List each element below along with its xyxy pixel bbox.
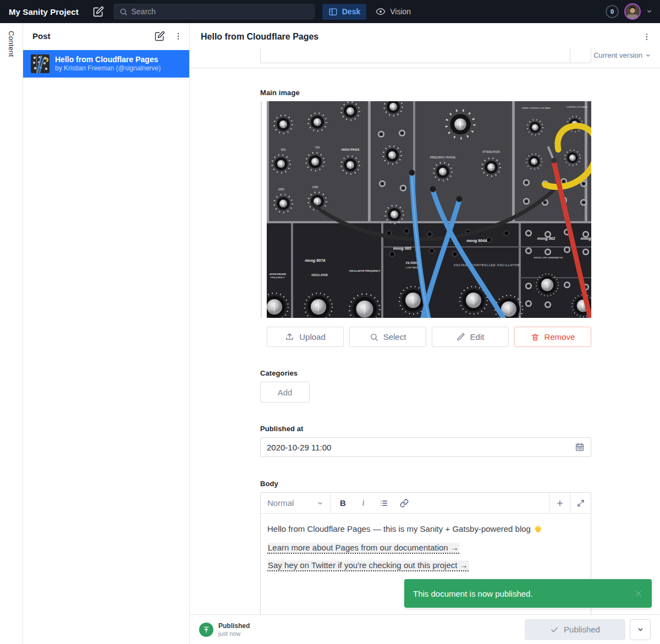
publish-time-text: just now — [218, 630, 250, 637]
tab-desk[interactable]: Desk — [322, 4, 366, 20]
top-navbar: My Sanity Project Desk Vision 0 — [0, 0, 660, 23]
main-image-preview[interactable]: HIGH PASS 50070010001400 FREQUENCY RANGE… — [267, 101, 591, 318]
add-category-button[interactable]: Add — [260, 382, 310, 403]
svg-text:FREQUENCY: FREQUENCY — [271, 276, 285, 279]
publish-button[interactable]: Published — [525, 619, 625, 640]
editor-toolbar: Normal B i — [261, 493, 591, 514]
compose-icon[interactable] — [93, 6, 104, 17]
notifications-badge[interactable]: 0 — [606, 5, 619, 18]
upload-button[interactable]: Upload — [267, 327, 344, 347]
post-item-subtitle: by Kristian Freeman (@signalnerve) — [55, 64, 161, 73]
list-pane-header: Post — [23, 23, 189, 49]
publish-status-text: Published — [218, 622, 250, 630]
main-image-label: Main image — [260, 89, 591, 97]
user-menu-chevron-icon[interactable] — [646, 7, 652, 16]
svg-text:1000: 1000 — [278, 188, 284, 191]
svg-text:ATOR DRIVER: ATOR DRIVER — [270, 273, 287, 276]
svg-text:FREQUENCY RANGE: FREQUENCY RANGE — [430, 156, 455, 159]
svg-text:FILTERS: FILTERS — [406, 261, 418, 265]
list-menu-ellipsis-icon[interactable] — [174, 32, 183, 41]
search-input[interactable] — [131, 7, 309, 16]
document-header: Hello from Cloudflare Pages Current vers… — [190, 23, 660, 68]
upload-icon — [285, 332, 294, 342]
synthesizer-photo: HIGH PASS 50070010001400 FREQUENCY RANGE… — [267, 101, 591, 318]
body-link-documentation[interactable]: Learn more about Pages from our document… — [267, 543, 459, 554]
pencil-icon — [457, 333, 465, 342]
svg-text:moog: moog — [580, 236, 591, 241]
trash-icon — [531, 333, 540, 342]
field-categories: Categories Add — [260, 369, 591, 403]
categories-label: Categories — [260, 369, 591, 377]
published-at-label: Published at — [260, 425, 591, 433]
edit-button[interactable]: Edit — [432, 327, 509, 347]
field-published-at: Published at — [260, 425, 591, 457]
svg-text:ATTENUATION: ATTENUATION — [482, 151, 500, 153]
body-link-twitter[interactable]: Say hey on Twitter if you're checking ou… — [267, 560, 469, 571]
svg-text:moog 904A: moog 904A — [466, 239, 487, 243]
svg-text:ENVELOPE GENERATOR: ENVELOPE GENERATOR — [534, 256, 563, 259]
svg-text:500: 500 — [281, 148, 286, 151]
tab-vision[interactable]: Vision — [370, 3, 417, 20]
italic-button[interactable]: i — [354, 495, 372, 511]
svg-text:FIXED CONTROL VOLTAGE: FIXED CONTROL VOLTAGE — [522, 107, 551, 109]
desk-icon — [328, 7, 338, 16]
svg-text:CONTROL VOLTAGE: CONTROL VOLTAGE — [566, 106, 588, 108]
document-subheader: Current version — [190, 48, 660, 68]
svg-text:VOLTAGE CONTROLLED OSCILLATOR: VOLTAGE CONTROLLED OSCILLATOR — [454, 263, 520, 267]
document-editor-pane: Hello from Cloudflare Pages Current vers… — [190, 23, 660, 644]
list-item-post[interactable]: Hello from Cloudflare Pages by Kristian … — [23, 50, 189, 78]
user-avatar[interactable] — [624, 3, 641, 20]
post-item-title: Hello from Cloudflare Pages — [55, 55, 161, 64]
version-selector[interactable]: Current version — [593, 51, 651, 59]
expand-editor-button[interactable] — [570, 493, 591, 513]
publish-menu-chevron-button[interactable] — [630, 619, 651, 640]
bold-button[interactable]: B — [334, 495, 352, 511]
toast-message: This document is now published. — [413, 589, 533, 598]
chevron-down-icon — [317, 500, 323, 507]
check-icon — [550, 625, 559, 634]
select-button[interactable]: Select — [349, 327, 426, 347]
body-paragraph: Hello from Cloudflare Pages — this is my… — [267, 523, 584, 535]
waving-hand-emoji — [534, 524, 543, 533]
rail-item-content[interactable]: Content — [7, 31, 15, 644]
eye-icon — [376, 7, 386, 16]
svg-text:moog 907A: moog 907A — [305, 258, 326, 263]
toast-close-icon[interactable] — [634, 589, 643, 598]
tool-rail: Content — [0, 23, 23, 644]
list-pane-title: Post — [32, 31, 51, 41]
remove-button[interactable]: Remove — [514, 327, 591, 347]
field-main-image: Main image — [260, 89, 591, 347]
search-icon — [370, 333, 378, 342]
post-thumbnail — [31, 54, 50, 73]
publish-status-icon — [199, 623, 213, 637]
chevron-down-icon — [645, 52, 651, 58]
search-bar[interactable] — [114, 4, 315, 19]
published-at-input[interactable] — [267, 443, 575, 452]
project-title: My Sanity Project — [9, 7, 79, 16]
calendar-icon[interactable] — [575, 442, 585, 452]
document-list-pane: Post Hello from Cloudflare Pages by Kris… — [23, 23, 190, 644]
document-title: Hello from Cloudflare Pages — [201, 32, 318, 42]
link-button[interactable] — [395, 495, 413, 511]
slug-field-partial[interactable] — [260, 48, 591, 63]
svg-text:LOW PASS: LOW PASS — [406, 266, 419, 269]
image-actions: Upload Select Edit Remove — [267, 327, 591, 347]
search-icon — [119, 8, 128, 16]
svg-text:OSCILLATOR FREQUENCY: OSCILLATOR FREQUENCY — [349, 269, 381, 272]
insert-block-plus-button[interactable] — [549, 493, 570, 513]
text-style-select[interactable]: Normal — [261, 493, 331, 513]
svg-text:moog 902: moog 902 — [537, 236, 556, 241]
bullet-list-button[interactable] — [375, 495, 393, 511]
svg-text:HIGH PASS: HIGH PASS — [342, 148, 360, 151]
publish-success-toast: This document is now published. — [404, 579, 652, 608]
new-document-icon[interactable] — [155, 31, 165, 41]
body-label: Body — [260, 480, 591, 488]
document-footer: Published just now Published — [190, 614, 660, 644]
svg-text:1400: 1400 — [312, 185, 318, 189]
svg-text:700: 700 — [315, 146, 320, 149]
slug-generate-button[interactable] — [570, 48, 591, 63]
svg-text:moog 995: moog 995 — [393, 246, 411, 251]
workspace-tabs: Desk Vision — [322, 3, 417, 20]
svg-text:OSCILLATOR: OSCILLATOR — [311, 274, 328, 277]
document-menu-ellipsis-icon[interactable] — [642, 32, 651, 41]
